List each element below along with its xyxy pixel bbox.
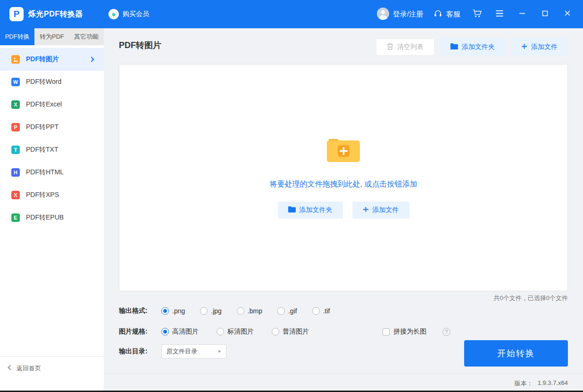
sidebar-menu: PDF转图片 W PDF转Word X PDF转Excel P PDF转PPT … (0, 45, 104, 229)
output-format-label: 输出格式: (119, 307, 161, 315)
radio-icon (217, 328, 224, 335)
image-spec-label: 图片规格: (119, 327, 161, 336)
back-home-button[interactable]: 返回首页 (0, 356, 104, 392)
sidebar-tabs: PDF转换 转为PDF 其它功能 (0, 28, 104, 45)
tab-pdf-convert[interactable]: PDF转换 (0, 28, 34, 45)
xps-file-icon: X (11, 191, 20, 199)
output-dir-value: 原文件目录 (167, 347, 197, 356)
format-option-gif[interactable]: .gif (277, 307, 297, 315)
cart-button[interactable] (471, 8, 483, 20)
format-option-bmp[interactable]: .bmp (237, 307, 262, 315)
folder-icon (288, 206, 296, 214)
maximize-button[interactable] (539, 8, 551, 20)
cart-icon (472, 9, 482, 20)
txt-file-icon: T (11, 146, 20, 154)
tab-other-features[interactable]: 其它功能 (69, 28, 104, 45)
folder-icon (450, 43, 458, 51)
epub-file-icon: E (11, 213, 20, 222)
close-button[interactable] (561, 8, 574, 20)
sidebar-item-pdf-to-ppt[interactable]: P PDF转PPT (0, 116, 104, 139)
spec-option-label: 高清图片 (172, 327, 199, 336)
maximize-icon (542, 10, 548, 18)
image-file-icon (11, 55, 20, 64)
sidebar-item-pdf-to-image[interactable]: PDF转图片 (0, 48, 104, 71)
sidebar-item-pdf-to-epub[interactable]: E PDF转EPUB (0, 206, 104, 229)
file-dropzone[interactable]: 将要处理的文件拖拽到此处, 或点击按钮添加 添加文件夹 添加文件 (119, 64, 568, 291)
titlebar-right: 登录/注册 客服 (377, 8, 574, 21)
output-dir-select[interactable]: 原文件目录 (161, 344, 226, 359)
support-button[interactable]: 客服 (433, 9, 460, 19)
format-option-label: .jpg (211, 307, 222, 315)
radio-icon (272, 328, 279, 335)
format-option-label: .bmp (248, 307, 262, 315)
app-logo: P (9, 7, 24, 21)
sidebar-item-label: PDF转XPS (26, 191, 59, 199)
dropzone-hint: 将要处理的文件拖拽到此处, 或点击按钮添加 (270, 180, 417, 189)
spec-option-sd[interactable]: 标清图片 (217, 327, 254, 336)
sidebar-item-pdf-to-txt[interactable]: T PDF转TXT (0, 139, 104, 161)
diamond-icon: ◆ (108, 9, 119, 19)
app-logo-letter: P (14, 9, 20, 19)
login-label: 登录/注册 (393, 10, 423, 19)
dropzone-add-folder-label: 添加文件夹 (300, 206, 333, 214)
ppt-file-icon: P (11, 123, 20, 131)
spec-option-hd[interactable]: 高清图片 (161, 327, 199, 336)
format-option-label: .tif (323, 307, 330, 315)
tab-to-pdf[interactable]: 转为PDF (34, 28, 69, 45)
buy-vip-button[interactable]: ◆ 购买会员 (108, 9, 149, 19)
format-option-label: .png (172, 307, 185, 315)
dropzone-buttons: 添加文件夹 添加文件 (278, 202, 409, 219)
headset-icon (433, 9, 442, 19)
dropzone-add-file-button[interactable]: 添加文件 (352, 202, 409, 219)
sidebar-item-label: PDF转EPUB (26, 213, 64, 222)
menu-button[interactable] (493, 8, 506, 20)
long-image-checkbox[interactable]: 拼接为长图 (383, 327, 426, 336)
version-value: 1.9.3.7.x64 (538, 379, 568, 388)
format-option-png[interactable]: .png (161, 307, 185, 315)
add-folder-label: 添加文件夹 (462, 43, 495, 51)
dropzone-add-file-label: 添加文件 (373, 206, 399, 214)
add-file-button[interactable]: 添加文件 (511, 39, 568, 56)
support-label: 客服 (446, 10, 460, 19)
sidebar-item-pdf-to-word[interactable]: W PDF转Word (0, 71, 104, 93)
image-spec-row: 图片规格: 高清图片 标清图片 普清图片 拼接为长图 ? (119, 324, 450, 339)
sidebar-item-label: PDF转Word (26, 78, 61, 86)
spec-option-normal[interactable]: 普清图片 (272, 327, 309, 336)
output-dir-label: 输出目录: (119, 347, 161, 356)
sidebar-item-label: PDF转TXT (26, 146, 58, 154)
version-info: 版本： 1.9.3.7.x64 (515, 379, 568, 388)
output-format-row: 输出格式: .png .jpg .bmp .gif .tif (119, 303, 345, 318)
chevron-down-icon (217, 351, 221, 353)
clear-list-button[interactable]: 清空列表 (376, 39, 434, 56)
toolbar: 清空列表 添加文件夹 添加文件 (376, 39, 568, 56)
radio-icon (200, 307, 208, 315)
sidebar-item-pdf-to-html[interactable]: H PDF转HTML (0, 161, 104, 184)
output-dir-row: 输出目录: 原文件目录 (119, 344, 226, 359)
help-icon[interactable]: ? (442, 328, 450, 336)
buy-vip-label: 购买会员 (123, 10, 149, 18)
add-folder-button[interactable]: 添加文件夹 (440, 39, 505, 56)
version-label: 版本： (515, 379, 533, 388)
clear-list-label: 清空列表 (397, 43, 424, 51)
radio-icon (312, 307, 320, 315)
minimize-button[interactable] (516, 8, 528, 20)
format-option-jpg[interactable]: .jpg (200, 307, 222, 315)
checkbox-icon (383, 328, 390, 335)
excel-file-icon: X (11, 100, 20, 109)
app-title: 烁光PDF转换器 (28, 9, 83, 19)
radio-icon (237, 307, 244, 315)
long-image-label: 拼接为长图 (393, 327, 426, 336)
start-convert-button[interactable]: 开始转换 (464, 340, 568, 367)
main-panel: PDF转图片 清空列表 添加文件夹 添加文件 (104, 28, 583, 392)
sidebar-item-pdf-to-xps[interactable]: X PDF转XPS (0, 184, 104, 206)
avatar-icon (377, 8, 389, 21)
sidebar-item-pdf-to-excel[interactable]: X PDF转Excel (0, 93, 104, 116)
format-option-label: .gif (288, 307, 297, 315)
format-option-tif[interactable]: .tif (312, 307, 330, 315)
add-folder-big-icon (327, 137, 360, 164)
login-button[interactable]: 登录/注册 (377, 8, 423, 21)
sidebar-item-label: PDF转Excel (26, 100, 62, 109)
hamburger-icon (495, 10, 504, 19)
dropzone-add-folder-button[interactable]: 添加文件夹 (278, 202, 343, 219)
app-window: P 烁光PDF转换器 ◆ 购买会员 登录/注册 客服 (0, 0, 583, 392)
